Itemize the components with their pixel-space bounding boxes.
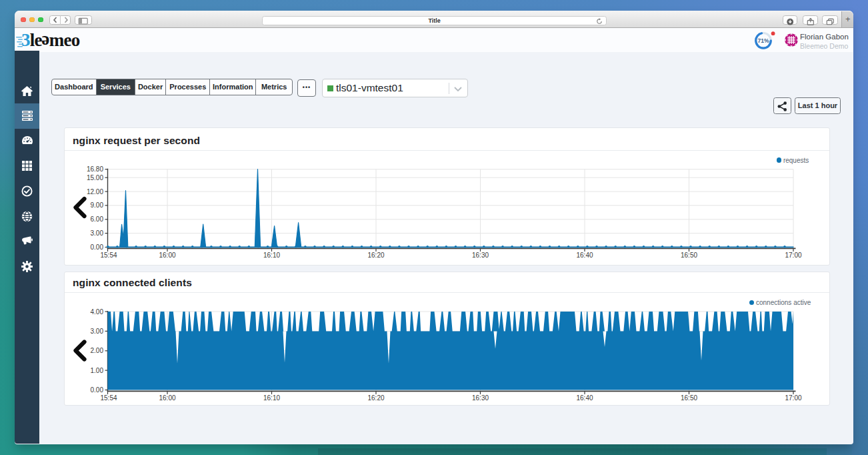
svg-text:71%: 71% xyxy=(757,37,769,44)
